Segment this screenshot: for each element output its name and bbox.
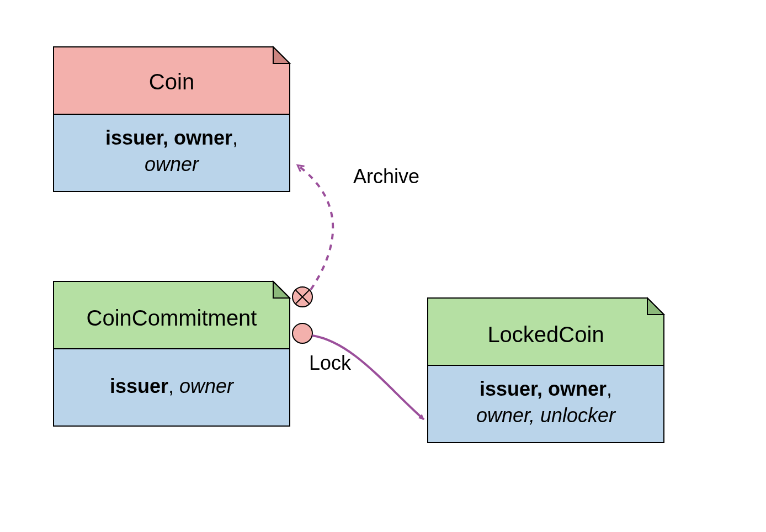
arrow-lock <box>312 336 424 419</box>
svg-marker-7 <box>647 298 664 315</box>
label-lock: Lock <box>309 352 352 374</box>
svg-point-12 <box>292 323 312 343</box>
card-coin-body: issuer, owner, owner <box>54 114 290 191</box>
card-coincommitment-body-line1: issuer, owner <box>110 375 235 397</box>
card-lockedcoin-body-line1: issuer, owner, <box>480 377 612 400</box>
card-coincommitment: CoinCommitment issuer, owner <box>54 281 290 426</box>
card-coincommitment-header: CoinCommitment <box>54 281 290 349</box>
card-coin-header: Coin <box>54 47 290 114</box>
card-coin-body-line2: owner <box>145 153 200 175</box>
card-lockedcoin-header: LockedCoin <box>428 298 664 365</box>
choice-port-archive <box>292 287 312 307</box>
svg-marker-4 <box>273 281 290 298</box>
svg-marker-1 <box>273 47 290 63</box>
label-archive: Archive <box>353 165 419 188</box>
card-coincommitment-body: issuer, owner <box>54 349 290 426</box>
arrow-archive <box>298 166 333 290</box>
card-coin-title: Coin <box>149 70 194 94</box>
card-lockedcoin-body-line2: owner, unlocker <box>476 404 616 427</box>
card-lockedcoin-title: LockedCoin <box>487 322 604 347</box>
choice-port-lock <box>292 323 312 343</box>
card-lockedcoin-body: issuer, owner, owner, unlocker <box>428 365 664 443</box>
card-coin: Coin issuer, owner, owner <box>54 47 290 191</box>
card-coincommitment-title: CoinCommitment <box>87 306 257 330</box>
card-coin-body-line1: issuer, owner, <box>105 126 238 149</box>
card-lockedcoin: LockedCoin issuer, owner, owner, unlocke… <box>428 298 664 443</box>
